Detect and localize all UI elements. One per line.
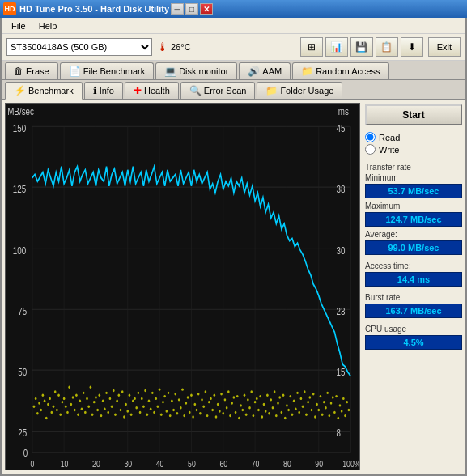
svg-point-180 [272, 406, 274, 409]
svg-point-118 [162, 401, 164, 403]
transfer-rate-label: Transfer rate [365, 163, 462, 172]
svg-text:MB/sec: MB/sec [7, 106, 34, 117]
tab-disk-monitor-label: Disk monitor [179, 66, 228, 76]
svg-point-188 [286, 404, 288, 406]
svg-point-222 [346, 401, 348, 403]
menu-file[interactable]: File [5, 19, 32, 32]
svg-point-51 [44, 400, 46, 402]
svg-point-94 [120, 409, 122, 411]
svg-point-179 [270, 398, 272, 401]
svg-point-137 [196, 409, 198, 411]
svg-point-165 [245, 414, 248, 416]
svg-text:100: 100 [13, 245, 26, 256]
svg-point-70 [77, 414, 79, 416]
tab-health[interactable]: ✚ Health [125, 82, 179, 99]
svg-point-126 [176, 412, 179, 414]
tab-error-scan[interactable]: 🔍 Error Scan [180, 82, 256, 99]
svg-point-212 [329, 414, 331, 417]
svg-point-195 [298, 411, 300, 414]
svg-point-191 [291, 414, 294, 416]
svg-point-131 [185, 402, 188, 404]
start-button[interactable]: Start [365, 104, 462, 125]
cpu-usage-value: 4.5% [365, 335, 462, 350]
toolbar-btn-4[interactable]: 📋 [376, 37, 398, 57]
svg-point-57 [54, 390, 57, 393]
svg-point-91 [114, 414, 117, 416]
tab-aam[interactable]: 🔊 AAM [239, 62, 291, 79]
svg-point-102 [134, 397, 136, 400]
burst-rate-label: Burst rate [365, 293, 462, 302]
svg-text:50: 50 [18, 367, 27, 377]
svg-point-214 [332, 396, 334, 398]
disk-selector[interactable]: ST3500418AS (500 GB) [6, 38, 152, 56]
read-radio[interactable] [365, 132, 376, 142]
toolbar-btn-2[interactable]: 📊 [325, 37, 348, 57]
toolbar-icons: ⊞ 📊 💾 📋 ⬇ [300, 37, 423, 57]
svg-point-219 [341, 410, 343, 412]
read-radio-label[interactable]: Read [365, 132, 462, 142]
random-access-icon: 📁 [301, 66, 313, 77]
svg-point-117 [160, 414, 163, 416]
maximum-value: 124.7 MB/sec [365, 212, 462, 227]
svg-text:70: 70 [252, 459, 260, 469]
svg-text:50: 50 [188, 459, 196, 469]
svg-point-193 [295, 407, 297, 410]
right-panel: Start Read Write Transfer rate Minimum 5… [365, 103, 462, 470]
svg-text:0: 0 [31, 459, 35, 469]
svg-point-211 [326, 392, 329, 394]
svg-point-124 [172, 409, 175, 411]
average-value: 99.0 MB/sec [365, 240, 462, 255]
minimum-value: 53.7 MB/sec [365, 184, 462, 198]
svg-point-108 [144, 389, 146, 392]
toolbar-btn-1[interactable]: ⊞ [300, 37, 323, 57]
tab-folder-usage[interactable]: 📁 Folder Usage [257, 82, 342, 99]
temperature-value: 26°C [171, 42, 191, 52]
svg-point-184 [278, 396, 281, 398]
svg-point-213 [330, 402, 333, 404]
burst-rate-section: Burst rate 163.7 MB/sec [365, 293, 462, 318]
svg-point-96 [123, 415, 125, 418]
svg-point-104 [138, 392, 140, 394]
svg-point-95 [121, 390, 124, 393]
svg-text:10: 10 [61, 459, 69, 469]
svg-text:8: 8 [337, 427, 341, 438]
write-radio-label[interactable]: Write [365, 144, 462, 155]
menu-help[interactable]: Help [32, 19, 64, 32]
tab-info[interactable]: ℹ Info [84, 82, 123, 99]
svg-point-146 [211, 409, 214, 411]
svg-point-139 [199, 412, 202, 414]
svg-point-114 [155, 397, 157, 400]
svg-point-130 [183, 414, 185, 417]
tab-disk-monitor[interactable]: 💻 Disk monitor [155, 62, 237, 79]
svg-text:90: 90 [315, 459, 323, 469]
menubar: File Help [2, 18, 465, 34]
toolbar-btn-3[interactable]: 💾 [350, 37, 373, 57]
toolbar-btn-5[interactable]: ⬇ [401, 37, 423, 57]
access-time-value: 14.4 ms [365, 272, 462, 287]
svg-point-152 [222, 412, 224, 414]
tab-file-benchmark[interactable]: 📄 File Benchmark [60, 62, 154, 79]
svg-point-123 [171, 400, 173, 402]
tab-erase[interactable]: 🗑 Erase [5, 62, 58, 79]
svg-text:60: 60 [219, 459, 227, 469]
minimize-button[interactable]: ─ [171, 3, 184, 15]
tab-random-access[interactable]: 📁 Random Access [292, 62, 388, 79]
svg-point-121 [168, 392, 170, 394]
svg-text:30: 30 [124, 459, 132, 469]
write-radio[interactable] [365, 144, 376, 155]
svg-point-109 [146, 414, 148, 416]
svg-point-159 [235, 411, 237, 414]
svg-point-151 [220, 393, 223, 395]
svg-point-142 [205, 390, 207, 393]
tab-benchmark[interactable]: ⚡ Benchmark [5, 82, 83, 100]
svg-point-69 [75, 393, 78, 396]
svg-point-60 [59, 414, 62, 416]
maximize-button[interactable]: □ [185, 3, 198, 15]
folder-usage-icon: 📁 [265, 85, 278, 96]
svg-point-81 [96, 409, 99, 411]
svg-point-216 [335, 395, 338, 397]
exit-button[interactable]: Exit [428, 37, 461, 57]
tab-error-scan-label: Error Scan [204, 86, 247, 96]
svg-point-135 [192, 415, 194, 418]
close-button[interactable]: ✕ [200, 3, 213, 15]
